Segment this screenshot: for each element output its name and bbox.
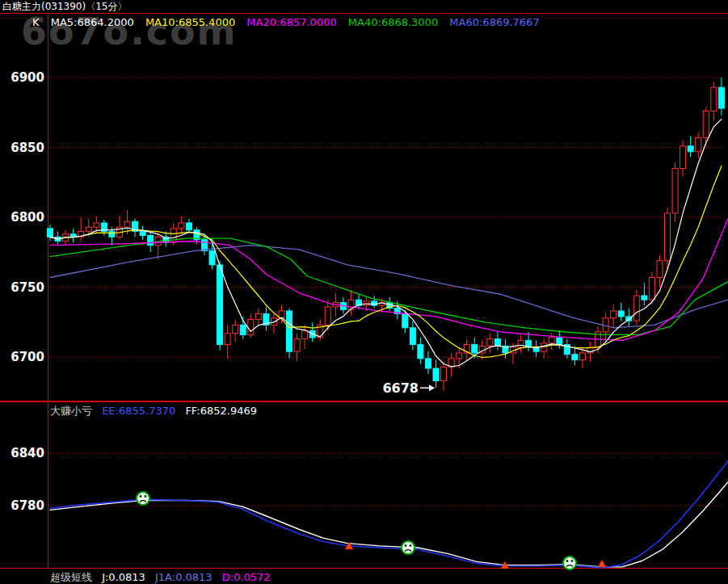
candle: [433, 368, 439, 381]
candle: [688, 146, 693, 152]
ma60-line: [50, 246, 728, 328]
candle: [703, 111, 709, 138]
candle: [611, 311, 616, 318]
ff-line: [50, 482, 728, 567]
candle: [425, 359, 431, 368]
candle: [225, 334, 230, 345]
candle: [148, 236, 154, 246]
j-value: J:0.0813: [102, 571, 145, 583]
candle: [472, 345, 478, 353]
candle: [441, 367, 447, 380]
candle: [287, 311, 292, 351]
candle: [109, 231, 115, 237]
ff-value: FF:6852.9469: [185, 405, 257, 417]
candle: [718, 87, 724, 108]
candle: [94, 223, 99, 227]
candle: [665, 213, 671, 261]
ee-value: EE:6855.7370: [102, 405, 175, 417]
candle: [255, 313, 261, 319]
candle: [457, 353, 462, 359]
candle: [410, 328, 415, 345]
candle: [294, 339, 300, 352]
panel3-title: 超级短线: [50, 571, 92, 583]
candle: [186, 223, 191, 230]
main-axis-label: 6700: [11, 350, 44, 364]
candle: [209, 251, 215, 265]
candle: [179, 223, 184, 229]
sad-face-icon: [402, 541, 414, 554]
buy-arrow-icon: [598, 560, 606, 567]
candle: [557, 338, 562, 345]
candle: [541, 343, 547, 351]
candle: [402, 313, 408, 327]
candle: [633, 296, 639, 321]
candle: [618, 311, 624, 317]
panel2-axis-label: 6840: [11, 446, 44, 460]
main-axis-label: 6850: [11, 141, 44, 155]
candle: [696, 137, 701, 151]
candle: [325, 307, 330, 325]
sad-face-icon: [137, 492, 149, 505]
candle: [48, 229, 53, 237]
main-axis-label: 6800: [11, 210, 44, 225]
candle: [657, 261, 663, 278]
candle: [140, 231, 145, 235]
candle: [240, 325, 246, 334]
j1a-value: J1A:0.0813: [155, 571, 213, 583]
candle: [549, 338, 554, 343]
ma10-line: [50, 166, 722, 358]
panel2-title: 大赚小亏: [50, 405, 92, 417]
ee-line: [50, 461, 728, 568]
panel3-header: 超级短线 J:0.0813 J1A:0.0813 D:0.0572: [50, 570, 277, 584]
low-price-label: 6678: [382, 380, 419, 396]
main-candlestick-chart[interactable]: 69006850680067506700684067806678: [0, 0, 728, 584]
app-window: 白糖主力(031390)〈15分〉 6o7o.com K MA5:6864.20…: [0, 0, 728, 584]
candle: [494, 339, 500, 347]
panel2-axis-label: 6780: [11, 498, 44, 513]
main-axis-label: 6900: [11, 70, 44, 85]
candle: [680, 146, 686, 169]
candle: [672, 168, 678, 212]
candle: [649, 277, 654, 300]
candle: [302, 330, 308, 338]
candle: [487, 339, 493, 347]
candle: [518, 340, 524, 347]
candle: [233, 325, 238, 333]
d-value: D:0.0572: [222, 571, 271, 583]
sad-face-icon: [563, 557, 576, 569]
candle: [372, 301, 377, 305]
candle: [579, 353, 585, 360]
candle: [572, 355, 578, 360]
candle: [124, 221, 130, 227]
panel2-header: 大赚小亏 EE:6855.7370 FF:6852.9469: [50, 404, 263, 418]
candle: [418, 345, 423, 359]
candle: [711, 87, 717, 111]
candle: [642, 296, 647, 300]
main-axis-label: 6750: [11, 280, 44, 295]
candle: [217, 265, 223, 345]
candle: [86, 227, 91, 231]
candle: [248, 319, 254, 334]
